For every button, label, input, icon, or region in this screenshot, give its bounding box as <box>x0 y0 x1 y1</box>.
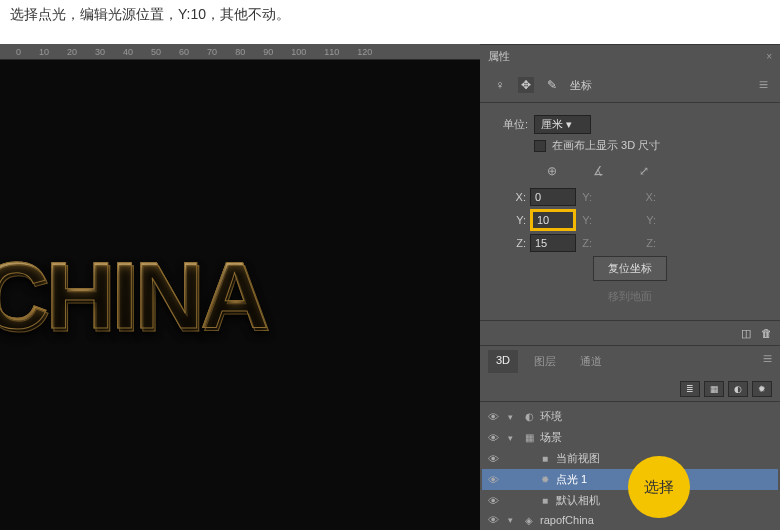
ruler-mark: 50 <box>151 47 161 57</box>
tab-通道[interactable]: 通道 <box>572 350 610 373</box>
ruler-mark: 80 <box>235 47 245 57</box>
select-callout: 选择 <box>628 456 690 518</box>
ruler-mark: 30 <box>95 47 105 57</box>
x-label: X: <box>494 191 530 203</box>
visibility-icon[interactable]: 👁 <box>486 432 500 444</box>
ruler-mark: 120 <box>357 47 372 57</box>
panel-title: 属性 <box>488 49 510 64</box>
layers-3d-panel: 3D图层通道≡ ≣ ▦ ◐ ✹ 👁▾◐环境👁▾▦场景👁■当前视图👁✹点光 1👁■… <box>480 345 780 530</box>
item-type-icon: ■ <box>538 495 552 506</box>
properties-mode-row: ♀ ✥ ✎ 坐标 ≡ <box>480 68 780 103</box>
item-type-icon: ▦ <box>522 432 536 443</box>
horizontal-ruler: 0102030405060708090100110120 <box>0 44 480 60</box>
reset-coords-button[interactable]: 复位坐标 <box>593 256 667 281</box>
menu-icon[interactable]: ≡ <box>763 350 772 373</box>
mesh-icon[interactable]: ▦ <box>704 381 724 397</box>
expand-icon[interactable]: ▾ <box>508 515 518 525</box>
light-icon[interactable]: ✹ <box>752 381 772 397</box>
ruler-mark: 20 <box>67 47 77 57</box>
properties-body: 单位: 厘米 ▾ 在画布上显示 3D 尺寸 ⊕ ∡ ⤢ X: Y: <box>480 103 780 320</box>
item-type-icon: ■ <box>538 453 552 464</box>
unit-select[interactable]: 厘米 ▾ <box>534 115 591 134</box>
tab-图层[interactable]: 图层 <box>526 350 564 373</box>
lightbulb-icon[interactable]: ♀ <box>492 77 508 93</box>
z-label: Z: <box>494 237 530 249</box>
scale-tool-icon[interactable]: ⤢ <box>636 163 652 179</box>
rotate-tool-icon[interactable]: ∡ <box>590 163 606 179</box>
visibility-icon[interactable]: 👁 <box>486 495 500 507</box>
show-3d-checkbox[interactable] <box>534 140 546 152</box>
tree-item[interactable]: 👁▾◐环境 <box>482 406 778 427</box>
document-canvas[interactable]: CHINA <box>0 60 480 530</box>
ruler-mark: 90 <box>263 47 273 57</box>
y-input[interactable] <box>530 209 576 231</box>
item-type-icon: ◐ <box>522 411 536 422</box>
show-3d-label: 在画布上显示 3D 尺寸 <box>552 138 660 153</box>
coord-tab-label: 坐标 <box>570 78 592 93</box>
3d-toolbar: ≣ ▦ ◐ ✹ <box>480 377 780 402</box>
brush-icon[interactable]: ✎ <box>544 77 560 93</box>
z-input[interactable] <box>530 234 576 252</box>
tab-3D[interactable]: 3D <box>488 350 518 373</box>
3d-text-object[interactable]: CHINA <box>0 241 266 350</box>
tree-item[interactable]: 👁■当前视图 <box>482 448 778 469</box>
move-to-ground-button[interactable]: 移到地面 <box>594 285 666 308</box>
item-type-icon: ✹ <box>538 474 552 485</box>
tree-item[interactable]: 👁▾▦场景 <box>482 427 778 448</box>
visibility-icon[interactable]: 👁 <box>486 453 500 465</box>
properties-panel: 属性 × ♀ ✥ ✎ 坐标 ≡ 单位: 厘米 ▾ 在画布上显示 3D 尺寸 <box>480 44 780 345</box>
ruler-mark: 110 <box>324 47 339 57</box>
canvas-area: 0102030405060708090100110120 CHINA <box>0 44 480 530</box>
move-tool-icon[interactable]: ⊕ <box>544 163 560 179</box>
item-label: 点光 1 <box>556 472 587 487</box>
ruler-mark: 70 <box>207 47 217 57</box>
item-type-icon: ◈ <box>522 515 536 526</box>
render-icon[interactable]: ◫ <box>738 325 754 341</box>
instruction-text: 选择点光，编辑光源位置，Y:10，其他不动。 <box>0 0 780 30</box>
visibility-icon[interactable]: 👁 <box>486 411 500 423</box>
ruler-mark: 40 <box>123 47 133 57</box>
visibility-icon[interactable]: 👁 <box>486 514 500 526</box>
ruler-mark: 10 <box>39 47 49 57</box>
visibility-icon[interactable]: 👁 <box>486 474 500 486</box>
item-label: 默认相机 <box>556 493 600 508</box>
item-label: 场景 <box>540 430 562 445</box>
layers-tabs: 3D图层通道≡ <box>480 346 780 377</box>
ruler-mark: 0 <box>16 47 21 57</box>
material-icon[interactable]: ◐ <box>728 381 748 397</box>
menu-icon[interactable]: ≡ <box>759 76 768 94</box>
filter-icon[interactable]: ≣ <box>680 381 700 397</box>
unit-label: 单位: <box>494 117 528 132</box>
item-label: 环境 <box>540 409 562 424</box>
3d-scene-tree: 👁▾◐环境👁▾▦场景👁■当前视图👁✹点光 1👁■默认相机👁▾◈rapofChin… <box>480 402 780 530</box>
trash-icon[interactable]: 🗑 <box>758 325 774 341</box>
right-panels: 属性 × ♀ ✥ ✎ 坐标 ≡ 单位: 厘米 ▾ 在画布上显示 3D 尺寸 <box>480 44 780 530</box>
ruler-mark: 100 <box>291 47 306 57</box>
expand-icon[interactable]: ▾ <box>508 433 518 443</box>
item-label: 当前视图 <box>556 451 600 466</box>
item-label: rapofChina <box>540 514 594 526</box>
x-input[interactable] <box>530 188 576 206</box>
app-window: 0102030405060708090100110120 CHINA 属性 × … <box>0 44 780 530</box>
close-icon[interactable]: × <box>766 51 772 62</box>
y-label: Y: <box>494 214 530 226</box>
expand-icon[interactable]: ▾ <box>508 412 518 422</box>
tree-item[interactable]: 👁▾◈rapofChina <box>482 511 778 529</box>
ruler-mark: 60 <box>179 47 189 57</box>
coordinates-icon[interactable]: ✥ <box>518 77 534 93</box>
